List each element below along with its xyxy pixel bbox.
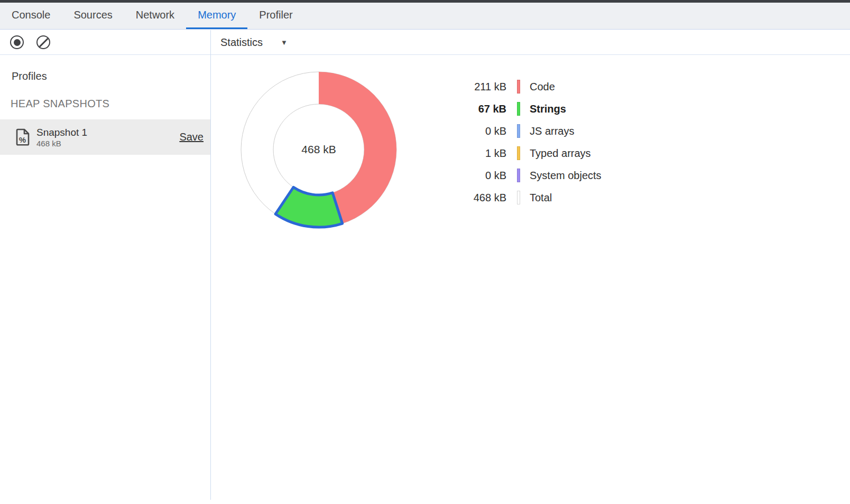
donut-svg — [238, 69, 399, 230]
record-icon — [10, 35, 24, 49]
snapshot-text: Snapshot 1 468 kB — [36, 127, 179, 148]
legend-value: 0 kB — [461, 120, 506, 142]
legend-label: JS arrays — [530, 120, 602, 142]
tab-console[interactable]: Console — [0, 3, 62, 29]
snapshot-title: Snapshot 1 — [36, 127, 179, 138]
legend-swatch-code — [517, 80, 520, 94]
profiles-title: Profiles — [0, 55, 210, 82]
clear-icon — [36, 35, 50, 49]
legend-label: Typed arrays — [530, 142, 602, 164]
save-snapshot-link[interactable]: Save — [179, 131, 204, 143]
chart-legend: 211 kB Code 67 kB Strings 0 kB JS arrays… — [461, 76, 602, 209]
toolbar-left-section — [0, 30, 210, 54]
tab-sources[interactable]: Sources — [62, 3, 124, 29]
legend-value: 0 kB — [461, 164, 506, 186]
legend-swatch-js-arrays — [517, 124, 520, 138]
chevron-down-icon: ▼ — [281, 39, 288, 46]
statistics-pane: 468 kB 211 kB Code 67 kB Strings 0 kB JS… — [211, 55, 850, 504]
legend-value: 1 kB — [461, 142, 506, 164]
legend-value: 468 kB — [461, 186, 506, 209]
legend-label: Strings — [530, 98, 602, 120]
donut-inner-outline — [273, 104, 364, 195]
snapshot-list-item[interactable]: % Snapshot 1 468 kB Save — [0, 119, 210, 155]
tab-network[interactable]: Network — [124, 3, 186, 29]
legend-swatch-typed-arrays — [517, 146, 520, 160]
legend-value: 67 kB — [461, 98, 506, 120]
devtools-window: Console Sources Network Memory Profiler … — [0, 0, 850, 504]
tab-profiler[interactable]: Profiler — [247, 3, 304, 29]
heap-snapshots-section-title: HEAP SNAPSHOTS — [0, 82, 210, 110]
legend-label: Code — [530, 76, 602, 98]
heap-donut-chart: 468 kB — [238, 69, 399, 230]
donut-segment-strings[interactable] — [275, 187, 343, 227]
devtools-tabbar: Console Sources Network Memory Profiler — [0, 3, 850, 30]
legend-label: System objects — [530, 164, 602, 186]
record-heap-button[interactable] — [10, 35, 24, 50]
memory-toolbar: Statistics ▼ — [0, 30, 850, 55]
snapshot-size: 468 kB — [36, 139, 179, 148]
clear-profiles-button[interactable] — [36, 35, 51, 50]
toolbar-right-section: Statistics ▼ — [211, 30, 850, 54]
heap-snapshot-icon: % — [16, 128, 30, 146]
perspective-select-label: Statistics — [220, 36, 263, 49]
profiles-sidebar: Profiles HEAP SNAPSHOTS % Snapshot 1 468… — [0, 55, 210, 504]
svg-text:%: % — [19, 135, 26, 144]
legend-swatch-strings — [517, 102, 520, 116]
legend-label: Total — [530, 186, 602, 209]
perspective-select[interactable]: Statistics ▼ — [220, 36, 288, 49]
legend-value: 211 kB — [461, 76, 506, 98]
legend-swatch-system-objects — [517, 169, 520, 182]
legend-swatch-total — [517, 191, 520, 204]
tab-memory[interactable]: Memory — [186, 3, 247, 29]
